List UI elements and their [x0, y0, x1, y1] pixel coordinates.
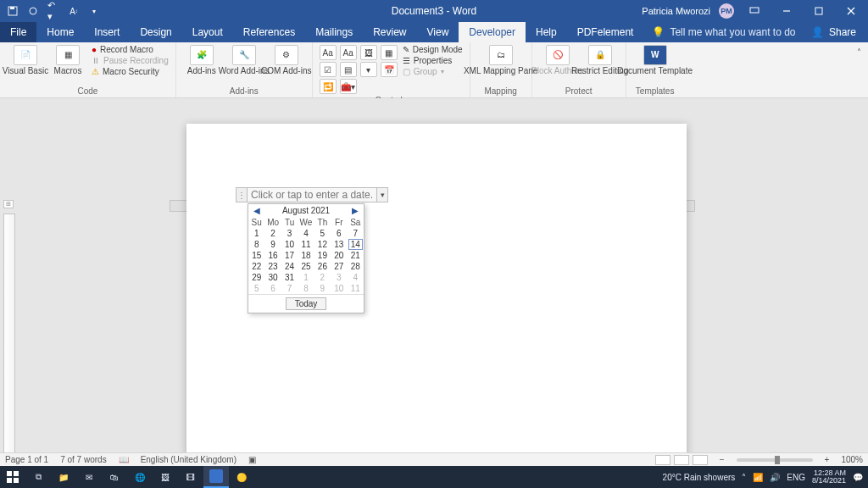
- calendar-day[interactable]: 13: [331, 239, 347, 250]
- word-addins-button[interactable]: 🔧Word Add-ins: [225, 45, 263, 76]
- read-mode-icon[interactable]: [655, 455, 670, 465]
- calendar-day[interactable]: 12: [314, 239, 331, 250]
- ruler-corner[interactable]: ⊞: [3, 200, 14, 208]
- vertical-ruler[interactable]: [3, 214, 15, 452]
- calendar-day[interactable]: 30: [264, 272, 281, 283]
- close-icon[interactable]: [839, 0, 863, 22]
- calendar-day[interactable]: 14: [348, 239, 364, 250]
- repeating-content-control-icon[interactable]: 🔁: [320, 79, 337, 94]
- calendar-day[interactable]: 11: [348, 283, 364, 294]
- calendar-day[interactable]: 20: [331, 250, 347, 261]
- calendar-day[interactable]: 27: [331, 261, 347, 272]
- dropdown-content-control-icon[interactable]: ▾: [360, 62, 377, 77]
- tray-chevron-up-icon[interactable]: ˄: [742, 473, 746, 482]
- tab-home[interactable]: Home: [36, 22, 84, 42]
- combobox-content-control-icon[interactable]: ▤: [340, 62, 357, 77]
- document-template-button[interactable]: WDocument Template: [633, 45, 677, 76]
- zoom-in-icon[interactable]: +: [825, 455, 830, 464]
- qat-sync-icon[interactable]: [27, 5, 39, 17]
- calendar-day[interactable]: 9: [314, 283, 331, 294]
- zoom-out-icon[interactable]: −: [720, 455, 725, 464]
- tab-developer[interactable]: Developer: [459, 22, 526, 42]
- macros-button[interactable]: ▦ Macros: [49, 45, 86, 76]
- calendar-day[interactable]: 15: [248, 250, 264, 261]
- share-button[interactable]: 👤 Share: [799, 22, 868, 42]
- taskbar-photos-icon[interactable]: 🖼: [153, 466, 178, 488]
- zoom-slider[interactable]: [737, 458, 813, 462]
- tab-references[interactable]: References: [233, 22, 305, 42]
- calendar-day[interactable]: 3: [331, 272, 347, 283]
- calendar-day[interactable]: 5: [248, 283, 264, 294]
- macro-security-button[interactable]: ⚠Macro Security: [92, 67, 169, 76]
- tray-clock[interactable]: 12:28 AM 8/14/2021: [812, 469, 846, 485]
- calendar-day[interactable]: 25: [298, 261, 314, 272]
- checkbox-content-control-icon[interactable]: ☑: [320, 62, 337, 77]
- tab-view[interactable]: View: [417, 22, 459, 42]
- web-layout-icon[interactable]: [693, 455, 708, 465]
- calendar-day[interactable]: 29: [248, 272, 264, 283]
- tab-mailings[interactable]: Mailings: [305, 22, 363, 42]
- calendar-day[interactable]: 17: [281, 250, 298, 261]
- date-dropdown-icon[interactable]: ▾: [376, 187, 388, 202]
- calendar-day[interactable]: 4: [298, 228, 314, 239]
- date-content-control-icon[interactable]: 📅: [381, 62, 398, 77]
- touch-mode-icon[interactable]: A↕: [68, 5, 80, 17]
- calendar-day[interactable]: 10: [331, 283, 347, 294]
- tab-help[interactable]: Help: [526, 22, 567, 42]
- picture-content-control-icon[interactable]: 🖼: [360, 45, 377, 60]
- ribbon-options-icon[interactable]: [743, 0, 766, 22]
- minimize-icon[interactable]: [775, 0, 798, 22]
- visual-basic-button[interactable]: 📄 Visual Basic: [7, 45, 44, 76]
- calendar-day[interactable]: 23: [264, 261, 281, 272]
- calendar-day[interactable]: 2: [314, 272, 331, 283]
- tray-language[interactable]: ENG: [787, 473, 805, 482]
- taskbar-chrome-icon[interactable]: 🟡: [229, 466, 254, 488]
- calendar-day[interactable]: 2: [264, 228, 281, 239]
- taskbar-filmora-icon[interactable]: 🎞: [178, 466, 203, 488]
- calendar-day[interactable]: 24: [281, 261, 298, 272]
- calendar-day[interactable]: 19: [314, 250, 331, 261]
- tab-layout[interactable]: Layout: [182, 22, 233, 42]
- calendar-day[interactable]: 16: [264, 250, 281, 261]
- start-button[interactable]: [0, 466, 25, 488]
- user-name[interactable]: Patricia Mworozi: [642, 6, 710, 16]
- buildingblock-content-control-icon[interactable]: ▦: [381, 45, 398, 60]
- tab-insert[interactable]: Insert: [84, 22, 130, 42]
- status-words[interactable]: 7 of 7 words: [60, 455, 106, 464]
- calendar-day[interactable]: 21: [348, 250, 364, 261]
- taskbar-store-icon[interactable]: 🛍: [102, 466, 127, 488]
- richtext-content-control-icon[interactable]: Aa: [320, 45, 337, 60]
- calendar-next-icon[interactable]: ▶: [350, 206, 360, 215]
- calendar-day[interactable]: 8: [248, 239, 264, 250]
- print-layout-icon[interactable]: [674, 455, 689, 465]
- maximize-icon[interactable]: [807, 0, 831, 22]
- calendar-prev-icon[interactable]: ◀: [252, 206, 262, 215]
- status-page[interactable]: Page 1 of 1: [5, 455, 48, 464]
- xml-mapping-button[interactable]: 🗂XML Mapping Pane: [477, 45, 525, 76]
- weather-widget[interactable]: 20°C Rain showers: [663, 473, 736, 482]
- restrict-editing-button[interactable]: 🔒Restrict Editing: [581, 45, 619, 76]
- calendar-day[interactable]: 18: [298, 250, 314, 261]
- taskbar-edge-icon[interactable]: 🌐: [127, 466, 153, 488]
- calendar-day[interactable]: 4: [348, 272, 364, 283]
- zoom-level[interactable]: 100%: [841, 455, 863, 464]
- calendar-day[interactable]: 6: [331, 228, 347, 239]
- legacy-tools-icon[interactable]: 🧰▾: [340, 79, 357, 94]
- macro-status-icon[interactable]: ▣: [248, 455, 256, 464]
- calendar-day[interactable]: 26: [314, 261, 331, 272]
- properties-button[interactable]: ☰Properties: [403, 56, 463, 65]
- tab-pdfelement[interactable]: PDFelement: [567, 22, 644, 42]
- addins-button[interactable]: 🧩Add-ins: [183, 45, 220, 76]
- calendar-day[interactable]: 8: [298, 283, 314, 294]
- calendar-day[interactable]: 9: [264, 239, 281, 250]
- calendar-day[interactable]: 1: [298, 272, 314, 283]
- collapse-ribbon-icon[interactable]: ˄: [857, 47, 861, 57]
- calendar-title[interactable]: August 2021: [282, 206, 330, 215]
- document-page[interactable]: ⋮ Click or tap to enter a date. ▾ ◀ Augu…: [186, 124, 687, 452]
- tab-review[interactable]: Review: [363, 22, 416, 42]
- date-placeholder[interactable]: Click or tap to enter a date.: [248, 187, 376, 202]
- taskbar-explorer-icon[interactable]: 📁: [51, 466, 76, 488]
- action-center-icon[interactable]: 💬: [853, 473, 863, 482]
- qat-customize-icon[interactable]: ▾: [88, 5, 100, 17]
- taskbar-mail-icon[interactable]: ✉: [76, 466, 102, 488]
